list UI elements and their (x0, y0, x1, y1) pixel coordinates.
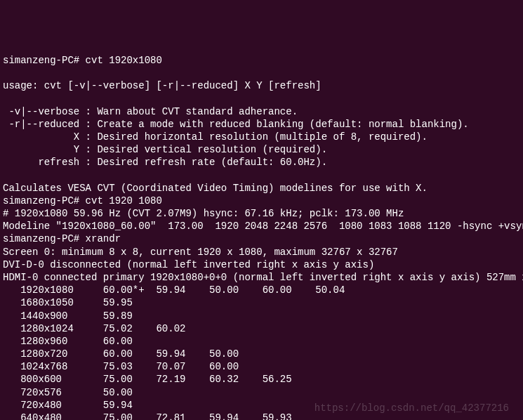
terminal-output[interactable]: simanzeng-PC# cvt 1920x1080 usage: cvt [… (3, 54, 520, 420)
